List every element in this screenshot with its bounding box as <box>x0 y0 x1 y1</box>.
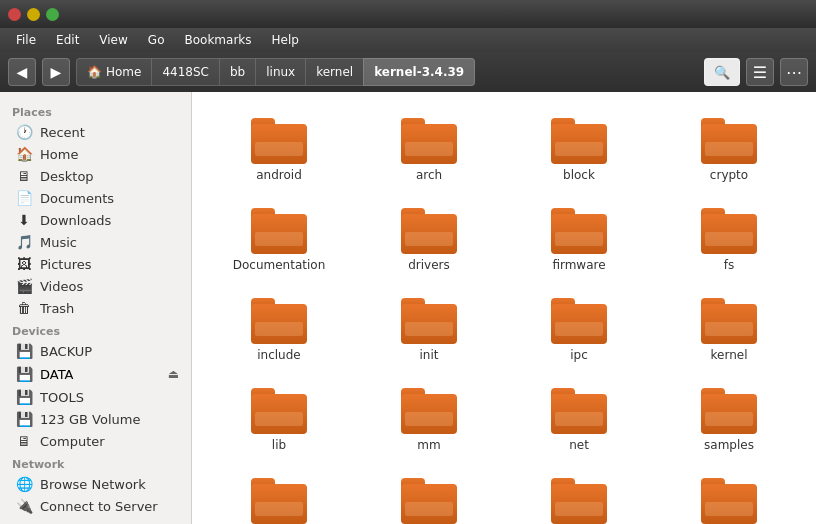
browse-network-icon: 🌐 <box>16 476 32 492</box>
sidebar-item-documents[interactable]: 📄 Documents <box>0 187 191 209</box>
minimize-button[interactable] <box>27 8 40 21</box>
places-section-title: Places <box>0 100 191 121</box>
documents-icon: 📄 <box>16 190 32 206</box>
eject-button[interactable]: ⏏ <box>164 365 183 383</box>
menu-edit[interactable]: Edit <box>48 31 87 49</box>
file-item-sound[interactable]: sound <box>508 468 650 524</box>
sidebar-item-music-label: Music <box>40 235 77 250</box>
breadcrumb-current[interactable]: kernel-3.4.39 <box>363 58 475 86</box>
sidebar-item-computer[interactable]: 🖥 Computer <box>0 430 191 452</box>
file-name: mm <box>417 438 440 452</box>
grid-view-icon: ⋯ <box>786 63 802 82</box>
menu-bookmarks[interactable]: Bookmarks <box>176 31 259 49</box>
menu-go[interactable]: Go <box>140 31 173 49</box>
folder-icon <box>401 206 457 254</box>
devices-section-title: Devices <box>0 319 191 340</box>
sidebar-item-volume-label: 123 GB Volume <box>40 412 140 427</box>
file-item-android[interactable]: android <box>208 108 350 190</box>
forward-button[interactable]: ▶ <box>42 58 70 86</box>
file-name: kernel <box>711 348 748 362</box>
trash-icon: 🗑 <box>16 300 32 316</box>
videos-icon: 🎬 <box>16 278 32 294</box>
folder-icon <box>251 116 307 164</box>
file-item-ipc[interactable]: ipc <box>508 288 650 370</box>
data-icon: 💾 <box>16 366 32 382</box>
downloads-icon: ⬇ <box>16 212 32 228</box>
file-name: samples <box>704 438 754 452</box>
sidebar-item-desktop[interactable]: 🖥 Desktop <box>0 165 191 187</box>
breadcrumb-home[interactable]: 🏠 🏠 Home Home <box>76 58 151 86</box>
sidebar-item-pictures-label: Pictures <box>40 257 91 272</box>
sidebar-item-backup[interactable]: 💾 BACKUP <box>0 340 191 362</box>
file-item-tools[interactable]: tools <box>658 468 800 524</box>
file-name: arch <box>416 168 442 182</box>
breadcrumb-4418sc[interactable]: 4418SC <box>151 58 219 86</box>
breadcrumb-kernel[interactable]: kernel <box>305 58 363 86</box>
file-item-arch[interactable]: arch <box>358 108 500 190</box>
tools-icon: 💾 <box>16 389 32 405</box>
file-name: include <box>257 348 300 362</box>
sidebar-item-trash[interactable]: 🗑 Trash <box>0 297 191 319</box>
music-icon: 🎵 <box>16 234 32 250</box>
sidebar-item-tools-label: TOOLS <box>40 390 84 405</box>
menubar: File Edit View Go Bookmarks Help <box>0 28 816 52</box>
file-name: ipc <box>570 348 588 362</box>
file-item-documentation[interactable]: Documentation <box>208 198 350 280</box>
sidebar-item-volume[interactable]: 💾 123 GB Volume <box>0 408 191 430</box>
sidebar-item-connect-server-label: Connect to Server <box>40 499 158 514</box>
sidebar-item-home-label: Home <box>40 147 78 162</box>
sidebar-item-data[interactable]: 💾 DATA ⏏ <box>0 362 191 386</box>
menu-file[interactable]: File <box>8 31 44 49</box>
sidebar-item-desktop-label: Desktop <box>40 169 94 184</box>
backup-icon: 💾 <box>16 343 32 359</box>
file-item-crypto[interactable]: crypto <box>658 108 800 190</box>
sidebar-item-browse-network[interactable]: 🌐 Browse Network <box>0 473 191 495</box>
breadcrumb-bb[interactable]: bb <box>219 58 255 86</box>
file-grid: android arch block <box>208 108 800 524</box>
view-list-button[interactable]: ☰ <box>746 58 774 86</box>
file-item-firmware[interactable]: firmware <box>508 198 650 280</box>
sidebar-item-browse-network-label: Browse Network <box>40 477 146 492</box>
file-item-mm[interactable]: mm <box>358 378 500 460</box>
sidebar-item-trash-label: Trash <box>40 301 74 316</box>
menu-view[interactable]: View <box>91 31 135 49</box>
menu-help[interactable]: Help <box>264 31 307 49</box>
sidebar-item-videos[interactable]: 🎬 Videos <box>0 275 191 297</box>
sidebar-item-home[interactable]: 🏠 Home <box>0 143 191 165</box>
sidebar-item-connect-server[interactable]: 🔌 Connect to Server <box>0 495 191 517</box>
sidebar-item-pictures[interactable]: 🖼 Pictures <box>0 253 191 275</box>
file-item-security[interactable]: security <box>358 468 500 524</box>
file-item-net[interactable]: net <box>508 378 650 460</box>
sidebar-item-tools[interactable]: 💾 TOOLS <box>0 386 191 408</box>
home-sidebar-icon: 🏠 <box>16 146 32 162</box>
file-item-lib[interactable]: lib <box>208 378 350 460</box>
close-button[interactable] <box>8 8 21 21</box>
back-button[interactable]: ◀ <box>8 58 36 86</box>
file-item-init[interactable]: init <box>358 288 500 370</box>
file-item-kernel[interactable]: kernel <box>658 288 800 370</box>
sidebar-item-music[interactable]: 🎵 Music <box>0 231 191 253</box>
file-item-samples[interactable]: samples <box>658 378 800 460</box>
search-button[interactable]: 🔍 <box>704 58 740 86</box>
folder-icon <box>701 386 757 434</box>
file-name: drivers <box>408 258 450 272</box>
home-icon: 🏠 <box>87 65 102 79</box>
file-name: firmware <box>552 258 605 272</box>
sidebar-item-recent[interactable]: 🕐 Recent <box>0 121 191 143</box>
sidebar-item-recent-label: Recent <box>40 125 85 140</box>
file-item-scripts[interactable]: scripts <box>208 468 350 524</box>
folder-icon <box>401 476 457 524</box>
file-item-fs[interactable]: fs <box>658 198 800 280</box>
view-grid-button[interactable]: ⋯ <box>780 58 808 86</box>
folder-icon <box>701 476 757 524</box>
recent-icon: 🕐 <box>16 124 32 140</box>
file-item-include[interactable]: include <box>208 288 350 370</box>
sidebar-item-downloads[interactable]: ⬇ Downloads <box>0 209 191 231</box>
folder-icon <box>251 476 307 524</box>
file-item-drivers[interactable]: drivers <box>358 198 500 280</box>
file-item-block[interactable]: block <box>508 108 650 190</box>
breadcrumb-linux[interactable]: linux <box>255 58 305 86</box>
folder-icon <box>251 296 307 344</box>
maximize-button[interactable] <box>46 8 59 21</box>
file-name: Documentation <box>233 258 326 272</box>
